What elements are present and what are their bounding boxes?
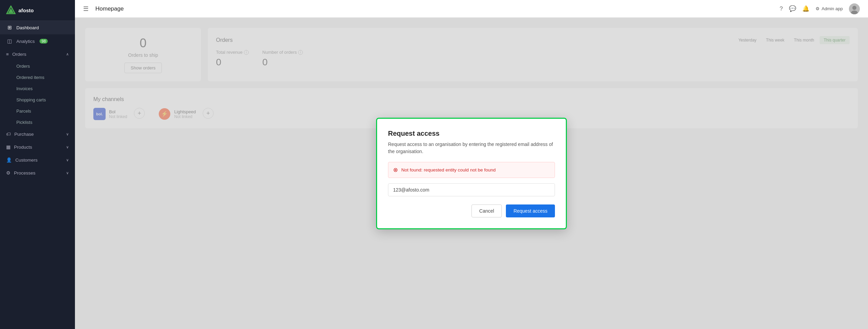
dashboard-icon: ⊞ — [6, 24, 13, 31]
products-icon: ▦ — [6, 144, 11, 150]
sidebar-item-processes-label: Processes — [14, 170, 35, 176]
bell-icon[interactable]: 🔔 — [802, 5, 809, 12]
page-title: Homepage — [95, 5, 124, 12]
sidebar-item-customers-label: Customers — [15, 158, 37, 163]
purchase-chevron-icon: ∨ — [66, 132, 69, 136]
afosto-logo-icon — [6, 5, 16, 15]
help-icon[interactable]: ? — [779, 5, 782, 12]
sidebar-logo-text: afosto — [18, 7, 34, 13]
modal-error-box: ⊗ Not found: requested entity could not … — [388, 162, 555, 178]
main-content: ☰ Homepage ? 💬 🔔 ⚙ Admin app 0 — [75, 0, 868, 329]
sidebar-item-parcels[interactable]: Parcels — [0, 105, 75, 117]
svg-point-3 — [852, 6, 856, 10]
products-chevron-icon: ∨ — [66, 145, 69, 149]
sidebar-item-purchase[interactable]: 🏷 Purchase ∨ — [0, 128, 75, 141]
analytics-badge: 98 — [40, 39, 48, 44]
orders-icon: ≡ — [6, 52, 9, 57]
sidebar: afosto ⊞ Dashboard ◫ Analytics 98 ≡ Orde… — [0, 0, 75, 329]
topbar: ☰ Homepage ? 💬 🔔 ⚙ Admin app — [75, 0, 868, 18]
sidebar-nav: ⊞ Dashboard ◫ Analytics 98 ≡ Orders ∧ Or… — [0, 21, 75, 329]
sidebar-item-purchase-label: Purchase — [14, 132, 34, 137]
sidebar-item-dashboard[interactable]: ⊞ Dashboard — [0, 21, 75, 34]
customers-icon: 👤 — [6, 157, 12, 163]
sidebar-item-orders-sub[interactable]: Orders — [0, 61, 75, 72]
modal-description: Request access to an organisation by ent… — [388, 141, 555, 155]
admin-app-button[interactable]: ⚙ Admin app — [816, 6, 843, 11]
cancel-button[interactable]: Cancel — [471, 204, 502, 217]
sidebar-item-orders[interactable]: ≡ Orders ∧ — [0, 48, 75, 61]
sidebar-item-analytics-label: Analytics — [16, 39, 35, 44]
page-content: 0 Orders to ship Show orders Orders Yest… — [75, 18, 868, 329]
processes-chevron-icon: ∨ — [66, 171, 69, 175]
request-access-button[interactable]: Request access — [506, 204, 555, 217]
gear-icon: ⚙ — [816, 6, 820, 11]
sidebar-item-invoices[interactable]: Invoices — [0, 83, 75, 94]
modal-overlay: Request access Request access to an orga… — [75, 18, 868, 329]
sidebar-item-picklists[interactable]: Picklists — [0, 117, 75, 128]
analytics-icon: ◫ — [6, 38, 13, 44]
sidebar-item-customers[interactable]: 👤 Customers ∨ — [0, 153, 75, 166]
sidebar-item-shopping-carts[interactable]: Shopping carts — [0, 94, 75, 105]
sidebar-item-processes[interactable]: ⚙ Processes ∨ — [0, 166, 75, 179]
sidebar-logo[interactable]: afosto — [0, 0, 75, 21]
sidebar-item-ordered-items[interactable]: Ordered items — [0, 72, 75, 83]
modal-error-message: Not found: requested entity could not be… — [401, 167, 496, 172]
email-input[interactable] — [388, 183, 555, 196]
sidebar-item-orders-label: Orders — [12, 52, 26, 57]
sidebar-item-products-label: Products — [14, 145, 32, 150]
sidebar-item-dashboard-label: Dashboard — [16, 25, 39, 30]
modal-title: Request access — [388, 130, 555, 137]
orders-chevron-icon: ∧ — [66, 52, 69, 56]
processes-icon: ⚙ — [6, 170, 11, 176]
topbar-icons: ? 💬 🔔 ⚙ Admin app — [779, 3, 860, 14]
chat-icon[interactable]: 💬 — [789, 5, 796, 12]
sidebar-item-analytics[interactable]: ◫ Analytics 98 — [0, 34, 75, 48]
avatar[interactable] — [849, 3, 860, 14]
modal-actions: Cancel Request access — [388, 204, 555, 217]
purchase-icon: 🏷 — [6, 132, 11, 137]
request-access-modal: Request access Request access to an orga… — [376, 118, 567, 229]
hamburger-icon[interactable]: ☰ — [83, 5, 89, 13]
customers-chevron-icon: ∨ — [66, 158, 69, 162]
error-icon: ⊗ — [393, 166, 398, 174]
sidebar-item-products[interactable]: ▦ Products ∨ — [0, 141, 75, 153]
